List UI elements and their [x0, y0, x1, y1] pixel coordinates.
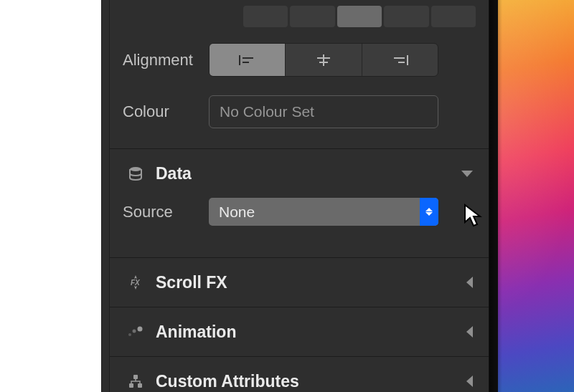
chevron-left-icon: [466, 277, 473, 288]
hierarchy-icon: [126, 373, 146, 389]
svg-point-13: [128, 333, 131, 336]
document-edge: [0, 0, 109, 392]
segment[interactable]: [384, 6, 428, 27]
align-right-button[interactable]: [362, 44, 438, 76]
inspector-panel: Alignment: [109, 0, 489, 392]
section-title: Animation: [156, 322, 466, 342]
svg-point-15: [138, 327, 143, 332]
source-popup[interactable]: None: [209, 198, 438, 226]
chevron-left-icon: [466, 376, 473, 387]
section-scrollfx: FX Scroll FX: [110, 257, 489, 307]
segment[interactable]: [290, 6, 334, 27]
section-body-data: Source None: [110, 198, 489, 257]
colour-well[interactable]: No Colour Set: [209, 95, 438, 128]
svg-point-14: [133, 330, 136, 333]
text-style-segmented[interactable]: [230, 0, 489, 36]
svg-rect-18: [138, 383, 142, 388]
section-custom-attributes: Custom Attributes: [110, 356, 489, 392]
colour-label: Colour: [123, 102, 209, 121]
align-left-button[interactable]: [210, 44, 286, 76]
colour-value: No Colour Set: [220, 103, 314, 120]
popup-stepper-icon: [420, 198, 438, 226]
alignment-row: Alignment: [110, 36, 489, 87]
desktop-wallpaper: [489, 0, 574, 392]
source-value: None: [209, 198, 420, 226]
source-label: Source: [123, 203, 209, 221]
svg-rect-17: [129, 383, 133, 388]
segment[interactable]: [337, 6, 382, 27]
section-title: Scroll FX: [156, 273, 466, 292]
section-animation: Animation: [110, 307, 489, 356]
section-header-custom[interactable]: Custom Attributes: [110, 357, 489, 392]
segment[interactable]: [243, 6, 288, 27]
animation-icon: [126, 325, 146, 339]
align-center-button[interactable]: [286, 44, 362, 76]
colour-row: Colour No Colour Set: [110, 87, 489, 148]
section-title: Data: [156, 164, 461, 183]
alignment-label: Alignment: [123, 51, 209, 70]
segment[interactable]: [431, 6, 476, 27]
chevron-left-icon: [466, 326, 473, 338]
scrollfx-icon: FX: [126, 274, 146, 290]
section-title: Custom Attributes: [156, 372, 466, 391]
database-icon: [126, 166, 146, 181]
section-header-scrollfx[interactable]: FX Scroll FX: [110, 258, 489, 307]
alignment-segmented[interactable]: [209, 43, 438, 77]
section-data: Data Source None: [110, 148, 489, 257]
svg-text:FX: FX: [131, 279, 141, 287]
section-header-animation[interactable]: Animation: [110, 307, 489, 356]
chevron-down-icon: [461, 171, 473, 177]
section-header-data[interactable]: Data: [110, 149, 489, 198]
svg-rect-16: [133, 375, 138, 379]
svg-point-9: [130, 167, 141, 171]
